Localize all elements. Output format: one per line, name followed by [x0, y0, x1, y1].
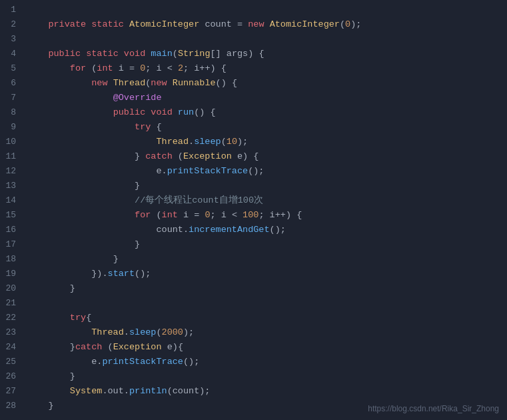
line-content-11: } catch (Exception e) { — [27, 149, 258, 164]
line-content-7: @Override — [27, 91, 162, 105]
line-num-15: 15 — [0, 208, 27, 223]
code-line-15: 15 for (int i = 0; i < 100; i++) { — [0, 208, 507, 223]
code-line-13: 13 } — [0, 179, 507, 193]
line-num-23: 23 — [0, 325, 27, 340]
line-num-14: 14 — [0, 193, 27, 208]
line-content-8: public void run() { — [27, 105, 216, 120]
code-line-4: 4 public static void main(String[] args)… — [0, 47, 507, 61]
line-content-2: private static AtomicInteger count = new… — [27, 17, 361, 32]
line-num-16: 16 — [0, 223, 27, 237]
code-line-22: 22 try{ — [0, 311, 507, 325]
code-line-20: 20 } — [0, 281, 507, 296]
code-line-12: 12 e.printStackTrace(); — [0, 164, 507, 179]
line-content-26: } — [27, 369, 75, 384]
line-content-5: for (int i = 0; i < 2; i++) { — [27, 61, 227, 76]
line-num-27: 27 — [0, 384, 27, 399]
line-num-10: 10 — [0, 135, 27, 149]
code-line-18: 18 } — [0, 252, 507, 267]
line-num-1: 1 — [0, 3, 27, 17]
line-num-12: 12 — [0, 164, 27, 179]
line-num-17: 17 — [0, 237, 27, 252]
line-content-28: } — [27, 399, 54, 413]
line-content-18: } — [27, 252, 119, 267]
code-line-25: 25 e.printStackTrace(); — [0, 355, 507, 369]
code-line-17: 17 } — [0, 237, 507, 252]
line-content-15: for (int i = 0; i < 100; i++) { — [27, 208, 302, 223]
code-line-9: 9 try { — [0, 120, 507, 135]
line-num-24: 24 — [0, 340, 27, 355]
line-content-20: } — [27, 281, 75, 296]
line-num-5: 5 — [0, 61, 27, 76]
line-num-3: 3 — [0, 32, 27, 47]
line-num-11: 11 — [0, 149, 27, 164]
line-content-4: public static void main(String[] args) { — [27, 47, 264, 61]
line-num-7: 7 — [0, 91, 27, 105]
line-content-24: }catch (Exception e){ — [27, 340, 183, 355]
code-line-10: 10 Thread.sleep(10); — [0, 135, 507, 149]
line-num-26: 26 — [0, 369, 27, 384]
line-num-2: 2 — [0, 17, 27, 32]
line-num-22: 22 — [0, 311, 27, 325]
line-num-25: 25 — [0, 355, 27, 369]
line-content-13: } — [27, 179, 140, 193]
code-line-6: 6 new Thread(new Runnable() { — [0, 76, 507, 91]
line-content-10: Thread.sleep(10); — [27, 135, 248, 149]
code-line-26: 26 } — [0, 369, 507, 384]
code-line-14: 14 //每个线程让count自增100次 — [0, 193, 507, 208]
watermark: https://blog.csdn.net/Rika_Sir_Zhong — [368, 404, 499, 413]
line-num-18: 18 — [0, 252, 27, 267]
code-line-3: 3 — [0, 32, 507, 47]
line-content-23: Thread.sleep(2000); — [27, 325, 194, 340]
line-content-12: e.printStackTrace(); — [27, 164, 264, 179]
code-line-19: 19 }).start(); — [0, 267, 507, 281]
code-line-27: 27 System.out.println(count); — [0, 384, 507, 399]
code-line-5: 5 for (int i = 0; i < 2; i++) { — [0, 61, 507, 76]
code-line-11: 11 } catch (Exception e) { — [0, 149, 507, 164]
code-line-1: 1 — [0, 3, 507, 17]
line-num-21: 21 — [0, 296, 27, 311]
code-line-8: 8 public void run() { — [0, 105, 507, 120]
line-num-8: 8 — [0, 105, 27, 120]
line-content-9: try { — [27, 120, 162, 135]
code-line-2: 2 private static AtomicInteger count = n… — [0, 17, 507, 32]
line-content-6: new Thread(new Runnable() { — [27, 76, 237, 91]
line-content-25: e.printStackTrace(); — [27, 355, 199, 369]
line-content-22: try{ — [27, 311, 91, 325]
code-line-16: 16 count.incrementAndGet(); — [0, 223, 507, 237]
line-num-28: 28 — [0, 399, 27, 413]
line-content-27: System.out.println(count); — [27, 384, 210, 399]
line-content-17: } — [27, 237, 140, 252]
line-num-6: 6 — [0, 76, 27, 91]
code-line-23: 23 Thread.sleep(2000); — [0, 325, 507, 340]
line-num-9: 9 — [0, 120, 27, 135]
line-content-14: //每个线程让count自增100次 — [27, 193, 263, 208]
line-content-19: }).start(); — [27, 267, 151, 281]
code-line-24: 24 }catch (Exception e){ — [0, 340, 507, 355]
line-num-20: 20 — [0, 281, 27, 296]
line-content-16: count.incrementAndGet(); — [27, 223, 286, 237]
line-num-4: 4 — [0, 47, 27, 61]
line-num-13: 13 — [0, 179, 27, 193]
code-line-21: 21 — [0, 296, 507, 311]
line-num-19: 19 — [0, 267, 27, 281]
code-line-7: 7 @Override — [0, 91, 507, 105]
code-editor: 1 2 private static AtomicInteger count =… — [0, 0, 507, 420]
